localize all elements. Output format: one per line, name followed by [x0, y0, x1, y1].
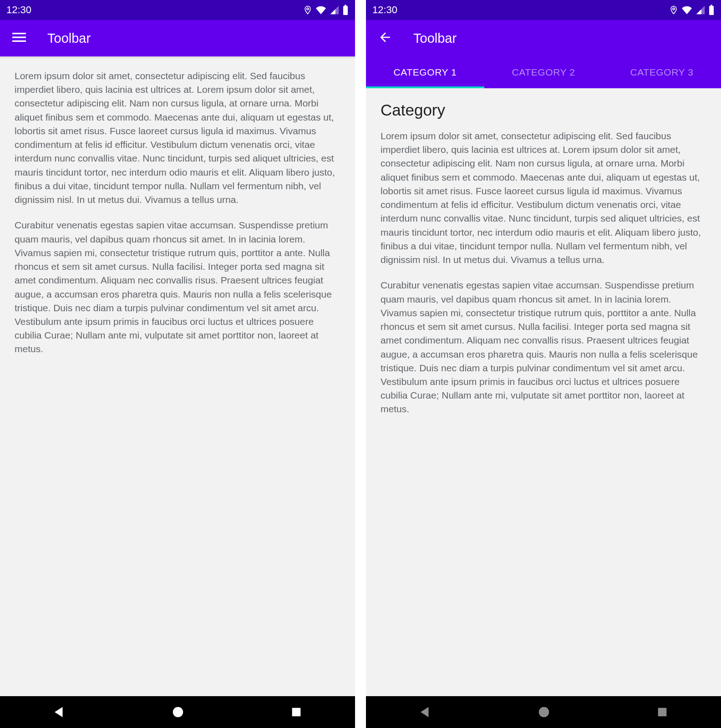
location-icon — [669, 5, 678, 15]
svg-point-6 — [173, 707, 183, 718]
menu-button[interactable] — [11, 30, 27, 46]
tab-category-1[interactable]: CATEGORY 1 — [366, 56, 484, 88]
svg-rect-1 — [343, 6, 348, 15]
app-toolbar: Toolbar — [366, 20, 721, 56]
svg-point-8 — [673, 8, 675, 10]
status-time: 12:30 — [6, 4, 31, 16]
body-paragraph: Curabitur venenatis egestas sapien vitae… — [15, 218, 340, 356]
phone-screen-1: 12:30 Toolbar Lorem ipsum dolor sit a — [0, 0, 355, 728]
battery-icon — [708, 5, 715, 15]
status-bar: 12:30 — [0, 0, 355, 20]
location-icon — [303, 5, 312, 15]
svg-rect-5 — [12, 40, 26, 42]
toolbar-title: Toolbar — [413, 31, 457, 46]
wifi-icon — [681, 5, 693, 15]
body-paragraph: Lorem ipsum dolor sit amet, consectetur … — [381, 129, 706, 267]
battery-icon — [342, 5, 349, 15]
nav-back-button[interactable] — [418, 705, 432, 719]
nav-back-button[interactable] — [52, 705, 66, 719]
svg-rect-9 — [709, 6, 714, 15]
status-time: 12:30 — [372, 4, 397, 16]
phone-screen-2: 12:30 Toolbar CATEGORY 1 CATEGORY — [366, 0, 721, 728]
cell-signal-icon — [696, 5, 706, 15]
svg-rect-12 — [658, 708, 666, 717]
back-button[interactable] — [377, 30, 393, 46]
scroll-content[interactable]: Lorem ipsum dolor sit amet, consectetur … — [0, 56, 355, 696]
tab-category-3[interactable]: CATEGORY 3 — [603, 56, 721, 88]
svg-rect-2 — [345, 5, 346, 6]
svg-point-0 — [307, 8, 309, 10]
toolbar-title: Toolbar — [47, 31, 91, 46]
content-heading: Category — [381, 101, 706, 119]
status-icons — [669, 5, 715, 15]
hamburger-icon — [12, 30, 26, 46]
tab-label: CATEGORY 1 — [393, 67, 457, 78]
tab-label: CATEGORY 3 — [630, 67, 693, 78]
tab-bar: CATEGORY 1 CATEGORY 2 CATEGORY 3 — [366, 56, 721, 88]
arrow-back-icon — [378, 30, 392, 46]
wifi-icon — [315, 5, 327, 15]
nav-home-button[interactable] — [537, 705, 551, 719]
app-toolbar: Toolbar — [0, 20, 355, 56]
body-paragraph: Curabitur venenatis egestas sapien vitae… — [381, 278, 706, 416]
tab-category-2[interactable]: CATEGORY 2 — [484, 56, 603, 88]
nav-recents-button[interactable] — [290, 706, 303, 718]
nav-home-button[interactable] — [171, 705, 185, 719]
svg-rect-4 — [12, 36, 26, 38]
status-bar: 12:30 — [366, 0, 721, 20]
svg-rect-3 — [12, 33, 26, 34]
system-nav-bar — [366, 696, 721, 728]
svg-rect-10 — [711, 5, 712, 6]
system-nav-bar — [0, 696, 355, 728]
svg-point-11 — [539, 707, 549, 718]
scroll-content[interactable]: Category Lorem ipsum dolor sit amet, con… — [366, 88, 721, 696]
nav-recents-button[interactable] — [656, 706, 669, 718]
svg-rect-7 — [292, 708, 300, 717]
tab-label: CATEGORY 2 — [512, 67, 575, 78]
body-paragraph: Lorem ipsum dolor sit amet, consectetur … — [15, 69, 340, 207]
cell-signal-icon — [330, 5, 340, 15]
status-icons — [303, 5, 349, 15]
